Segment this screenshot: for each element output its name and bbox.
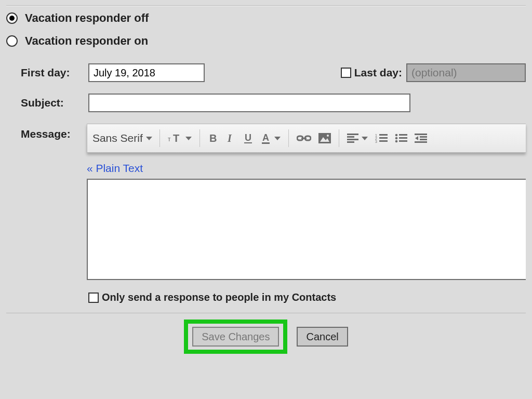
editor-toolbar: Sans Serif тT B I <box>87 124 526 153</box>
vacation-responder-on-row[interactable]: Vacation responder on <box>6 29 526 52</box>
font-family-dropdown[interactable]: Sans Serif <box>90 130 155 147</box>
first-day-row: First day: Last day: <box>21 63 526 82</box>
svg-text:B: B <box>209 132 217 144</box>
contacts-only-label: Only send a response to people in my Con… <box>102 291 336 303</box>
message-row: Message: Sans Serif тT B <box>21 124 526 280</box>
message-editor[interactable] <box>87 179 526 280</box>
align-button[interactable] <box>343 131 371 145</box>
cancel-button[interactable]: Cancel <box>297 327 348 347</box>
svg-marker-34 <box>415 136 418 140</box>
save-button[interactable]: Save Changes <box>192 327 279 347</box>
numbered-list-button[interactable]: 1 2 3 <box>371 131 391 145</box>
radio-off[interactable] <box>6 12 18 24</box>
italic-button[interactable]: I <box>222 130 240 146</box>
vacation-responder-off-row[interactable]: Vacation responder off <box>6 6 526 29</box>
svg-text:3: 3 <box>375 140 377 143</box>
svg-rect-31 <box>420 136 427 138</box>
svg-rect-32 <box>420 139 427 140</box>
caret-down-icon <box>362 137 368 140</box>
first-day-input[interactable] <box>88 63 205 82</box>
caret-down-icon <box>185 137 192 140</box>
svg-text:т: т <box>168 136 171 143</box>
font-size-button[interactable]: тT <box>164 130 195 146</box>
svg-point-13 <box>327 135 329 137</box>
bold-button[interactable]: B <box>204 130 222 146</box>
underline-button[interactable]: U <box>240 130 257 147</box>
bullet-list-button[interactable] <box>391 131 411 145</box>
save-highlight: Save Changes <box>184 320 287 354</box>
contacts-only-checkbox[interactable] <box>88 292 99 303</box>
svg-rect-21 <box>379 134 388 136</box>
svg-text:T: T <box>173 132 179 144</box>
svg-rect-27 <box>399 134 407 136</box>
text-color-button[interactable]: A <box>257 130 284 147</box>
radio-off-label: Vacation responder off <box>25 11 149 25</box>
link-button[interactable] <box>293 131 315 145</box>
svg-rect-29 <box>399 140 407 142</box>
caret-down-icon <box>274 137 281 140</box>
last-day-label: Last day: <box>354 66 402 79</box>
svg-rect-10 <box>301 138 307 139</box>
svg-text:I: I <box>227 132 232 144</box>
svg-point-26 <box>395 140 397 143</box>
svg-rect-30 <box>415 134 427 135</box>
svg-rect-5 <box>244 142 252 143</box>
image-button[interactable] <box>315 131 335 145</box>
subject-label: Subject: <box>21 97 88 109</box>
footer-buttons: Save Changes Cancel <box>6 313 526 354</box>
svg-text:A: A <box>262 132 269 143</box>
last-day-checkbox[interactable] <box>341 68 351 78</box>
svg-rect-33 <box>415 141 427 143</box>
plain-text-link-row: « Plain Text <box>87 162 526 175</box>
svg-rect-16 <box>347 139 358 140</box>
svg-rect-14 <box>347 134 358 135</box>
svg-rect-22 <box>379 137 388 139</box>
svg-text:U: U <box>245 132 251 143</box>
outdent-button[interactable] <box>411 131 431 145</box>
caret-down-icon <box>146 137 152 140</box>
contacts-only-row[interactable]: Only send a response to people in my Con… <box>88 291 526 303</box>
plain-text-link[interactable]: « Plain Text <box>87 162 143 174</box>
message-label: Message: <box>21 128 87 140</box>
radio-on-label: Vacation responder on <box>25 34 148 48</box>
last-day-input[interactable] <box>406 63 526 82</box>
svg-rect-28 <box>399 137 407 139</box>
svg-point-24 <box>395 134 397 137</box>
first-day-label: First day: <box>21 66 88 79</box>
radio-on[interactable] <box>6 35 18 47</box>
svg-rect-7 <box>262 142 270 144</box>
subject-row: Subject: <box>21 94 526 112</box>
svg-rect-15 <box>347 136 354 138</box>
font-family-label: Sans Serif <box>92 132 143 144</box>
svg-rect-17 <box>347 141 354 143</box>
svg-rect-23 <box>379 140 388 142</box>
subject-input[interactable] <box>88 94 410 112</box>
svg-point-25 <box>395 137 397 140</box>
